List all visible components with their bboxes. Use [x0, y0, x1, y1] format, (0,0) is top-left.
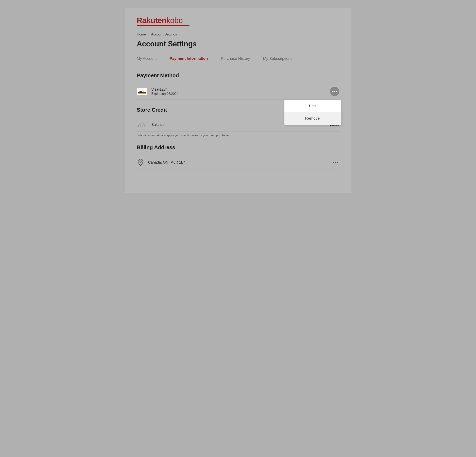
more-dots-icon: [332, 91, 337, 92]
tab-my-subscriptions[interactable]: My Subscriptions: [261, 54, 297, 64]
page-container: Rakutenkobo Home // Account Settings Acc…: [125, 8, 351, 193]
logo-text: Rakutenkobo: [137, 16, 339, 25]
tab-payment-information[interactable]: Payment Information: [168, 54, 213, 64]
card-expiry-label: Expiration:: [152, 92, 167, 96]
dot-1: [332, 91, 333, 92]
svg-rect-6: [142, 125, 143, 126]
logo: Rakutenkobo: [137, 16, 339, 26]
tabs: My Account Payment Information Purchase …: [137, 54, 339, 64]
credit-note: We will automatically apply your credit …: [137, 133, 339, 137]
addr-dot-1: [333, 162, 334, 163]
address-row: Canada, ON, M6R 1L7: [137, 155, 339, 169]
breadcrumb-separator: //: [148, 32, 149, 36]
card-info: Visa-1234 Expiration:08/2024: [152, 87, 330, 96]
dot-2: [334, 91, 335, 92]
addr-dot-3: [337, 162, 338, 163]
billing-address-section: Billing Address Canada, ON, M6R 1L7: [137, 144, 339, 169]
billing-address-title: Billing Address: [137, 144, 339, 150]
dropdown-remove[interactable]: Remove: [284, 112, 341, 125]
tab-my-account[interactable]: My Account: [137, 54, 162, 64]
card-expiry-value: 08/2024: [167, 92, 178, 96]
svg-rect-3: [138, 92, 146, 93]
svg-rect-7: [144, 125, 144, 126]
tab-purchase-history[interactable]: Purchase History: [219, 54, 255, 64]
dropdown-edit[interactable]: Edit: [284, 100, 341, 112]
card-more-button[interactable]: Edit Remove: [330, 87, 339, 96]
svg-point-9: [140, 161, 141, 162]
visa-icon: VISA: [137, 88, 147, 95]
card-dropdown-menu: Edit Remove: [284, 100, 341, 125]
page-title: Account Settings: [137, 40, 339, 48]
logo-kobo: kobo: [166, 16, 183, 25]
dot-3: [336, 91, 337, 92]
address-more-button[interactable]: [332, 160, 339, 165]
card-expiry: Expiration:08/2024: [152, 92, 330, 96]
svg-rect-8: [138, 127, 146, 127]
breadcrumb-home[interactable]: Home: [137, 32, 146, 36]
svg-rect-5: [140, 125, 141, 126]
address-text: Canada, ON, M6R 1L7: [148, 160, 332, 165]
card-row: VISA Visa-1234 Expiration:08/2024: [137, 83, 339, 99]
addr-dot-2: [335, 162, 336, 163]
card-name: Visa-1234: [152, 87, 330, 92]
breadcrumb: Home // Account Settings: [137, 32, 339, 36]
logo-underline: [137, 25, 189, 26]
payment-method-section: Payment Method VISA Visa-1234 Expiration…: [137, 72, 339, 99]
location-icon: [137, 159, 144, 166]
logo-rakuten: Rakuten: [137, 16, 166, 25]
svg-rect-2: [138, 93, 146, 94]
balance-icon: [137, 121, 147, 128]
breadcrumb-current: Account Settings: [151, 32, 177, 36]
payment-method-title: Payment Method: [137, 72, 339, 79]
